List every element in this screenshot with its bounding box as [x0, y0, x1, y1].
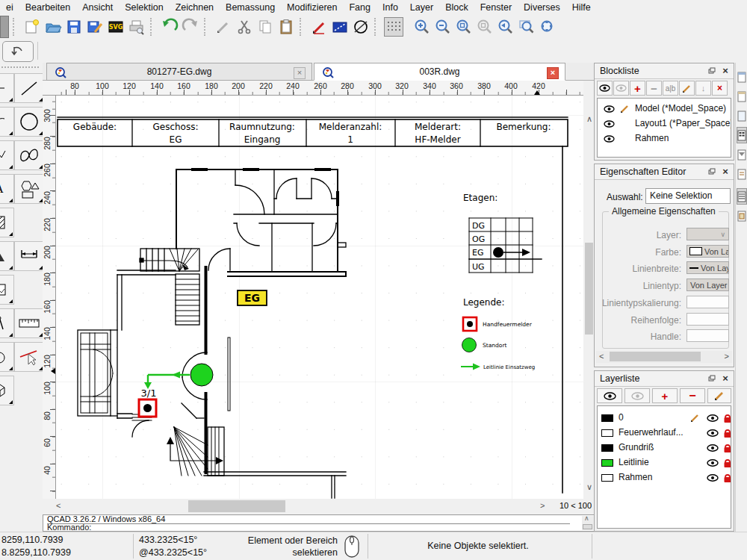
point-tool-button[interactable]	[0, 73, 14, 103]
menu-bemassung[interactable]: Bemassung	[220, 2, 281, 13]
lock-icon[interactable]	[723, 428, 731, 438]
block-row-model[interactable]: Model (*Model_Space)	[598, 102, 731, 116]
panel-horizontal-scrollbar[interactable]: < >	[596, 351, 732, 363]
panel-close-icon[interactable]: ×	[720, 66, 731, 76]
zoom-pan-button[interactable]	[538, 17, 557, 37]
scrollbar-thumb[interactable]	[610, 352, 701, 361]
zoom-back-button[interactable]	[496, 17, 515, 37]
undo-button[interactable]	[160, 17, 179, 37]
dock-panel-button-5[interactable]	[737, 146, 747, 163]
menu-fang[interactable]: Fang	[343, 2, 376, 13]
scroll-right-icon[interactable]: >	[725, 352, 729, 361]
eye-icon[interactable]	[707, 429, 719, 437]
menu-selektion[interactable]: Selektion	[119, 2, 169, 13]
shape-tool-button[interactable]	[14, 174, 43, 204]
zoom-window-button[interactable]	[517, 17, 536, 37]
menu-diverses[interactable]: Diverses	[518, 2, 566, 13]
dock-panel-button-1[interactable]	[737, 69, 747, 85]
menu-block[interactable]: Block	[439, 2, 474, 13]
lock-icon[interactable]	[723, 458, 731, 468]
zoom-previous-button[interactable]	[475, 17, 495, 37]
remove-entity-button[interactable]	[214, 17, 233, 37]
hatch-tool-button[interactable]	[0, 208, 14, 237]
dock-panel-button-4[interactable]	[737, 127, 747, 143]
measure-tool-button[interactable]	[14, 308, 43, 338]
eye-icon[interactable]	[604, 135, 615, 143]
remove-block-button[interactable]: −	[646, 81, 662, 96]
tab-close-icon[interactable]: ×	[547, 67, 559, 79]
block-hide-button[interactable]	[613, 81, 629, 96]
block-row-rahmen[interactable]: Rahmen	[598, 131, 731, 146]
farbe-combobox[interactable]: Von Lay	[686, 245, 729, 258]
lock-icon[interactable]	[723, 443, 731, 453]
zoom-in-button[interactable]	[412, 17, 432, 37]
layer-hide-button[interactable]	[624, 388, 650, 403]
scroll-down-icon[interactable]: ∨	[586, 482, 592, 492]
reihenfolge-input[interactable]	[686, 313, 729, 326]
menu-ansicht[interactable]: Ansicht	[76, 2, 119, 13]
lock-icon[interactable]	[723, 473, 731, 483]
print-preview-button[interactable]	[127, 17, 146, 37]
text-tool-button[interactable]: A	[0, 174, 14, 204]
canvas-horizontal-scrollbar[interactable]: < > 10 < 100	[43, 499, 595, 514]
layer-row-0[interactable]: 0	[598, 411, 731, 426]
eye-icon[interactable]	[707, 414, 719, 422]
drawing-canvas[interactable]: EG Gebäude: Geschoss: Raumnutzung: Melde…	[56, 96, 583, 499]
redo-button[interactable]	[181, 17, 200, 37]
layer-row-3[interactable]: Leitlinie	[598, 455, 731, 470]
dock-panel-button-8[interactable]	[737, 208, 747, 224]
palette-drag-handle[interactable]	[1, 66, 39, 68]
command-scrollbar[interactable]: ∧	[582, 516, 594, 530]
delete-block-button[interactable]: ×	[712, 81, 728, 96]
modify-tool-button[interactable]	[14, 342, 43, 372]
scrollbar-thumb[interactable]	[583, 524, 592, 529]
block-show-button[interactable]	[597, 81, 613, 96]
eye-icon[interactable]	[604, 105, 615, 113]
new-file-button[interactable]	[22, 17, 42, 37]
command-line-widget[interactable]: QCAD 3.26.2 / Windows x86_64 Kommando: ∧	[43, 514, 595, 532]
dock-panel-button-7[interactable]	[737, 188, 747, 205]
scroll-up-icon[interactable]: ∧	[586, 114, 592, 124]
box3d-tool-button[interactable]	[0, 376, 14, 405]
drawing-preferences-button[interactable]	[330, 17, 350, 37]
menu-bearbeiten[interactable]: Bearbeiten	[19, 2, 76, 13]
layer-row-4[interactable]: Rahmen	[598, 470, 731, 485]
dock-panel-button-6[interactable]	[737, 166, 747, 182]
eye-icon[interactable]	[707, 459, 719, 467]
linientypskalierung-input[interactable]	[686, 296, 729, 308]
edit-block-button[interactable]	[679, 81, 695, 96]
dock-panel-button-2[interactable]	[737, 88, 747, 105]
panel-close-icon[interactable]: ×	[720, 167, 731, 177]
cut-button[interactable]	[235, 17, 254, 37]
menu-info[interactable]: Info	[376, 2, 404, 13]
menu-modifizieren[interactable]: Modifizieren	[281, 2, 343, 13]
dimension-angular-tool-button[interactable]	[0, 241, 14, 271]
command-prompt[interactable]: Kommando:	[47, 523, 91, 532]
scroll-left-icon[interactable]: <	[599, 352, 604, 361]
image-tool-button[interactable]	[0, 275, 14, 305]
edit-layer-button[interactable]	[707, 388, 731, 403]
clipped-tool-button[interactable]	[0, 16, 9, 38]
save-button[interactable]	[64, 17, 84, 37]
panel-float-icon[interactable]	[707, 167, 717, 177]
construction-mode-button[interactable]	[351, 17, 371, 37]
open-file-button[interactable]	[43, 17, 63, 37]
auto-zoom-button[interactable]	[454, 17, 474, 37]
tab-close-icon[interactable]: ×	[294, 67, 306, 79]
menu-fenster[interactable]: Fenster	[474, 2, 518, 13]
line-tool-button[interactable]	[14, 73, 43, 103]
insert-block-button[interactable]: ↓	[695, 81, 711, 96]
lock-icon[interactable]	[723, 413, 731, 423]
back-to-main-menu-button[interactable]	[2, 41, 34, 62]
eye-icon[interactable]	[604, 120, 615, 128]
menu-datei[interactable]: ei	[0, 2, 19, 13]
tab-003r[interactable]: 003R.dwg ×	[314, 63, 565, 81]
linientyp-combobox[interactable]: Von Layer	[686, 279, 729, 291]
panel-float-icon[interactable]	[707, 373, 717, 384]
panel-close-icon[interactable]: ×	[720, 373, 731, 384]
divide-tool-button[interactable]	[0, 342, 14, 372]
polyline-tool-button[interactable]	[0, 140, 14, 170]
layer-combobox[interactable]: ∨	[686, 228, 729, 240]
paste-button[interactable]	[276, 17, 296, 37]
layer-show-button[interactable]	[597, 388, 622, 403]
